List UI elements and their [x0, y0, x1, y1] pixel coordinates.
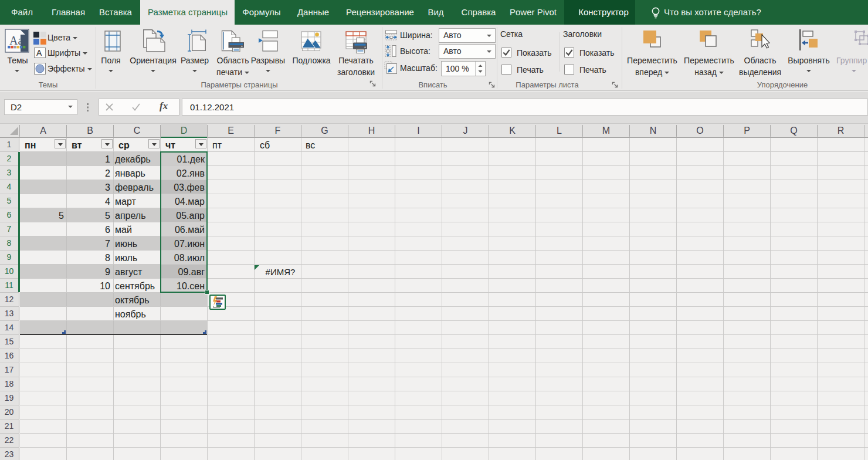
svg-text:А: А	[36, 48, 42, 58]
svg-text:Aa: Aa	[9, 34, 23, 47]
